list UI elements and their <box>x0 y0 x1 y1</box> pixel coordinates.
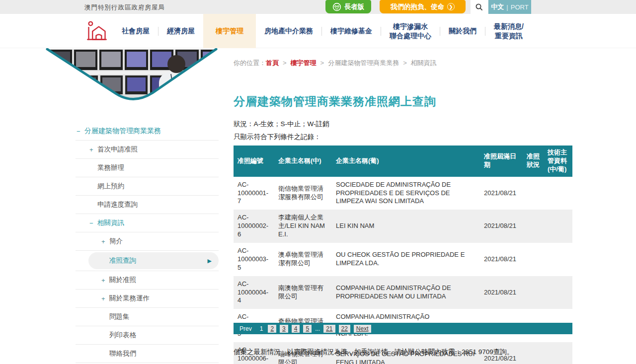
breadcrumb-separator-icon: > <box>320 59 324 67</box>
table-row: AC-10000003-5澳卓物業管理清潔有限公司OU CHEOK GESTÃO… <box>234 243 572 276</box>
table-cell <box>544 243 572 276</box>
breadcrumb-link: 分層建築物管理商業業務 <box>328 59 399 67</box>
table-cell <box>544 177 572 210</box>
sidebar-item[interactable]: −相關資訊 <box>76 214 219 232</box>
plus-icon: + <box>89 146 97 153</box>
cctv-monitor-wall-photo <box>46 48 218 111</box>
status-line: 狀況：A-生效；S-中止；W-註銷 <box>234 118 329 131</box>
table-cell <box>523 342 544 364</box>
sidebar-item[interactable]: 業務辦理 <box>76 159 219 177</box>
sidebar-item-label: 問題集 <box>109 312 130 321</box>
language-switcher: 中文 | PORT <box>488 0 531 14</box>
sidebar-item[interactable]: 聯絡我們 <box>76 345 219 363</box>
lang-chinese-link[interactable]: 中文 <box>491 2 504 11</box>
breadcrumb: 你的位置：首頁>樓宇管理>分層建築物管理商業業務>相關資訊 <box>234 59 437 68</box>
breadcrumb-separator-icon: > <box>403 59 407 67</box>
table-cell <box>523 210 544 243</box>
breadcrumb-link[interactable]: 首頁 <box>266 59 279 67</box>
current-page: 1 <box>260 325 263 332</box>
search-icon <box>475 3 483 11</box>
sidebar-item[interactable]: 列印表格 <box>76 326 219 345</box>
column-header: 技術主管資料(中/葡) <box>544 146 572 177</box>
table-row: AC-10000001-7衛信物業管理清潔服務有限公司SOCIEDADE DE … <box>234 177 572 210</box>
table-cell: LEI KIN NAM <box>332 210 480 243</box>
page-number-button[interactable]: 3 <box>280 325 288 333</box>
contact-note: 個案之最新情況，以實際跟進情況為準，如垂詢詳情，請於辦公時間內致電：2851 9… <box>234 348 513 357</box>
table-cell: AC-10000002-6 <box>234 210 274 243</box>
minus-icon: − <box>77 128 84 135</box>
sidebar-item-label: 網上預約 <box>97 182 124 191</box>
table-cell: 澳卓物業管理清潔有限公司 <box>274 243 332 276</box>
column-header: 企業主名稱(葡) <box>332 146 480 177</box>
table-cell <box>523 177 544 210</box>
prev-page-button[interactable]: Prev <box>239 325 252 332</box>
sidebar-item-label: 關於業務運作 <box>109 294 150 303</box>
table-cell: 2021/08/21 <box>480 210 523 243</box>
sidebar-item-label: 簡介 <box>109 237 123 246</box>
sidebar-item-label: 聯絡我們 <box>109 349 136 358</box>
elderly-version-button[interactable]: 長者版 <box>325 0 371 13</box>
sidebar-item-label: 首次申請准照 <box>97 145 138 154</box>
nav-item[interactable]: 樓宇滲漏水 聯合處理中心 <box>381 14 440 48</box>
active-arrow-icon: ▶ <box>208 258 212 264</box>
page-number-button[interactable]: 5 <box>303 325 312 333</box>
sidebar-menu: −分層建築物管理商業業務+首次申請准照業務辦理網上預約申請進度查詢−相關資訊+簡… <box>76 122 219 364</box>
sidebar-item[interactable]: +關於准照 <box>76 271 219 290</box>
sidebar-item-label: 分層建築物管理商業業務 <box>84 127 161 136</box>
pagination-bar: Prev12345...2122Next <box>234 323 572 334</box>
sidebar-item[interactable]: 問題集 <box>76 308 219 326</box>
lang-portuguese-link[interactable]: PORT <box>511 3 529 11</box>
table-cell: 衛信物業管理清潔服務有限公司 <box>274 177 332 210</box>
page-number-button[interactable]: 4 <box>292 325 300 333</box>
sidebar-item-label: 准照查詢 <box>109 256 136 265</box>
sidebar-item-active[interactable]: 准照查詢▶ <box>76 251 219 271</box>
sidebar-item-label: 列印表格 <box>109 331 136 340</box>
column-header: 准照狀況 <box>523 146 544 177</box>
column-header: 准照編號 <box>234 146 274 177</box>
sidebar-item[interactable]: +關於業務運作 <box>76 290 219 308</box>
page-number-button[interactable]: 2 <box>268 325 276 333</box>
nav-item[interactable]: 經濟房屋 <box>159 14 203 48</box>
table-cell <box>544 276 572 309</box>
nav-item[interactable]: 樓宇管理 <box>203 14 256 48</box>
page-number-button[interactable]: 21 <box>323 325 335 333</box>
sidebar-item[interactable]: +首次申請准照 <box>76 141 219 159</box>
housing-bureau-logo-icon[interactable] <box>86 20 108 42</box>
elderly-button-label: 長者版 <box>344 2 365 11</box>
breadcrumb-link[interactable]: 樓宇管理 <box>291 59 317 67</box>
column-header: 准照屆滿日期 <box>480 146 523 177</box>
table-cell: OU CHEOK GESTÃO DE PROPRIEDADE E LIMPEZA… <box>332 243 480 276</box>
nav-item[interactable]: 房地產中介業務 <box>256 14 321 48</box>
table-cell: AC-10000003-5 <box>234 243 274 276</box>
page-number-button[interactable]: 22 <box>339 325 350 333</box>
table-cell: 李建南個人企業主/LEI KIN NAM E.I. <box>274 210 332 243</box>
breadcrumb-separator-icon: > <box>283 59 287 67</box>
page-ellipsis: ... <box>315 325 320 332</box>
table-cell: 2021/08/21 <box>480 177 523 210</box>
nav-menu: 社會房屋經濟房屋樓宇管理房地產中介業務樓宇維修基金樓宇滲漏水 聯合處理中心關於我… <box>113 14 532 48</box>
search-button[interactable] <box>471 0 488 14</box>
nav-item[interactable]: 社會房屋 <box>113 14 158 48</box>
table-row: AC-10000002-6李建南個人企業主/LEI KIN NAM E.I.LE… <box>234 210 572 243</box>
sidebar-item[interactable]: 網上預約 <box>76 177 219 196</box>
sidebar-item[interactable]: 申請進度查詢 <box>76 196 219 214</box>
top-utility-bar: 澳門特別行政區政府房屋局 長者版 我們的抱負、使命 ❯ 中文 | PORT <box>0 0 636 14</box>
nav-item[interactable]: 樓宇維修基金 <box>322 14 381 48</box>
table-cell <box>523 243 544 276</box>
sidebar-item[interactable]: −分層建築物管理商業業務 <box>76 122 219 141</box>
table-cell <box>523 276 544 309</box>
breadcrumb-prefix: 你的位置： <box>234 59 266 67</box>
next-page-button[interactable]: Next <box>354 325 371 333</box>
elderly-icon <box>332 2 341 11</box>
nav-item[interactable]: 最新消息/ 重要資訊 <box>485 14 532 48</box>
mission-button-label: 我們的抱負、使命 <box>391 2 444 11</box>
arrow-circle-icon: ❯ <box>447 3 455 10</box>
nav-item[interactable]: 關於我們 <box>440 14 485 48</box>
sidebar-item[interactable]: +簡介 <box>76 232 219 251</box>
sidebar-item-label: 相關資訊 <box>97 218 124 227</box>
column-header: 企業主名稱(中) <box>274 146 332 177</box>
status-legend: 狀況：A-生效；S-中止；W-註銷 只顯示符合下列條件之記錄： <box>234 118 329 144</box>
filter-line: 只顯示符合下列條件之記錄： <box>234 131 329 144</box>
sidebar-item-label: 關於准照 <box>109 276 136 285</box>
mission-button[interactable]: 我們的抱負、使命 ❯ <box>380 0 466 13</box>
